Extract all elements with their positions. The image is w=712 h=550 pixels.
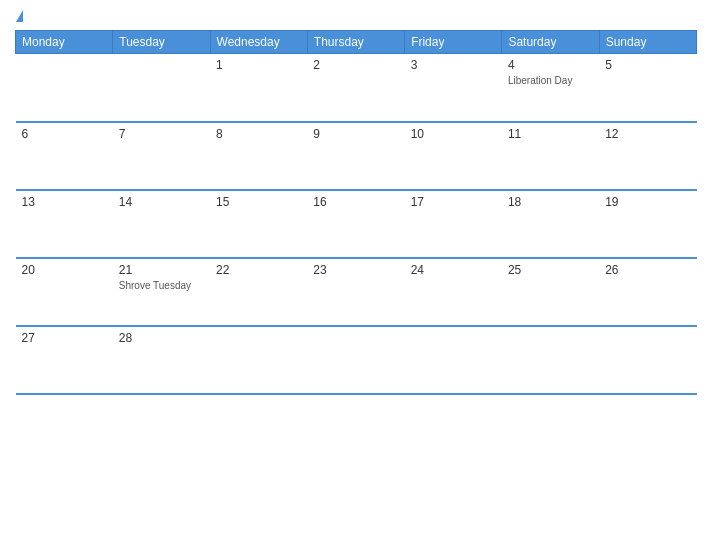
day-number: 13 (22, 195, 107, 209)
calendar-cell: 26 (599, 258, 696, 326)
holiday-label: Shrove Tuesday (119, 279, 204, 292)
calendar-body: 1234Liberation Day5678910111213141516171… (16, 54, 697, 394)
calendar-cell (113, 54, 210, 122)
day-number: 16 (313, 195, 398, 209)
calendar-cell: 10 (405, 122, 502, 190)
calendar-cell: 1 (210, 54, 307, 122)
weekday-header: Saturday (502, 31, 599, 54)
day-number: 9 (313, 127, 398, 141)
calendar-table: MondayTuesdayWednesdayThursdayFridaySatu… (15, 30, 697, 395)
day-number: 19 (605, 195, 690, 209)
day-number: 18 (508, 195, 593, 209)
calendar-cell: 25 (502, 258, 599, 326)
weekday-header: Sunday (599, 31, 696, 54)
day-number: 10 (411, 127, 496, 141)
weekday-header: Wednesday (210, 31, 307, 54)
calendar-cell: 2 (307, 54, 404, 122)
calendar-cell: 3 (405, 54, 502, 122)
weekday-header: Thursday (307, 31, 404, 54)
day-number: 21 (119, 263, 204, 277)
day-number: 1 (216, 58, 301, 72)
calendar-week-row: 6789101112 (16, 122, 697, 190)
day-number: 28 (119, 331, 204, 345)
calendar-cell: 20 (16, 258, 113, 326)
day-number: 26 (605, 263, 690, 277)
calendar-cell: 11 (502, 122, 599, 190)
weekday-header: Monday (16, 31, 113, 54)
day-number: 25 (508, 263, 593, 277)
day-number: 5 (605, 58, 690, 72)
calendar-week-row: 2021Shrove Tuesday2223242526 (16, 258, 697, 326)
calendar-cell (502, 326, 599, 394)
day-number: 17 (411, 195, 496, 209)
calendar-week-row: 2728 (16, 326, 697, 394)
calendar-cell: 23 (307, 258, 404, 326)
logo (15, 10, 23, 22)
calendar-cell (405, 326, 502, 394)
calendar-cell (210, 326, 307, 394)
calendar-header: MondayTuesdayWednesdayThursdayFridaySatu… (16, 31, 697, 54)
page-header (15, 10, 697, 22)
day-number: 23 (313, 263, 398, 277)
day-number: 6 (22, 127, 107, 141)
calendar-week-row: 1234Liberation Day5 (16, 54, 697, 122)
calendar-cell: 24 (405, 258, 502, 326)
day-number: 3 (411, 58, 496, 72)
weekday-header: Tuesday (113, 31, 210, 54)
calendar-cell: 12 (599, 122, 696, 190)
holiday-label: Liberation Day (508, 74, 593, 87)
calendar-cell: 21Shrove Tuesday (113, 258, 210, 326)
calendar-cell: 4Liberation Day (502, 54, 599, 122)
calendar-cell: 7 (113, 122, 210, 190)
weekday-row: MondayTuesdayWednesdayThursdayFridaySatu… (16, 31, 697, 54)
calendar-week-row: 13141516171819 (16, 190, 697, 258)
day-number: 22 (216, 263, 301, 277)
calendar-page: MondayTuesdayWednesdayThursdayFridaySatu… (0, 0, 712, 550)
day-number: 20 (22, 263, 107, 277)
calendar-cell (16, 54, 113, 122)
weekday-header: Friday (405, 31, 502, 54)
calendar-cell: 14 (113, 190, 210, 258)
calendar-cell: 22 (210, 258, 307, 326)
day-number: 7 (119, 127, 204, 141)
calendar-cell: 19 (599, 190, 696, 258)
day-number: 27 (22, 331, 107, 345)
day-number: 4 (508, 58, 593, 72)
calendar-cell: 16 (307, 190, 404, 258)
day-number: 12 (605, 127, 690, 141)
calendar-cell: 27 (16, 326, 113, 394)
day-number: 24 (411, 263, 496, 277)
calendar-cell: 6 (16, 122, 113, 190)
day-number: 15 (216, 195, 301, 209)
logo-triangle-icon (16, 10, 23, 22)
calendar-cell (307, 326, 404, 394)
calendar-cell: 5 (599, 54, 696, 122)
calendar-cell: 17 (405, 190, 502, 258)
calendar-cell: 9 (307, 122, 404, 190)
calendar-cell (599, 326, 696, 394)
day-number: 11 (508, 127, 593, 141)
day-number: 8 (216, 127, 301, 141)
day-number: 14 (119, 195, 204, 209)
calendar-cell: 15 (210, 190, 307, 258)
calendar-cell: 18 (502, 190, 599, 258)
calendar-cell: 13 (16, 190, 113, 258)
day-number: 2 (313, 58, 398, 72)
calendar-cell: 8 (210, 122, 307, 190)
calendar-cell: 28 (113, 326, 210, 394)
